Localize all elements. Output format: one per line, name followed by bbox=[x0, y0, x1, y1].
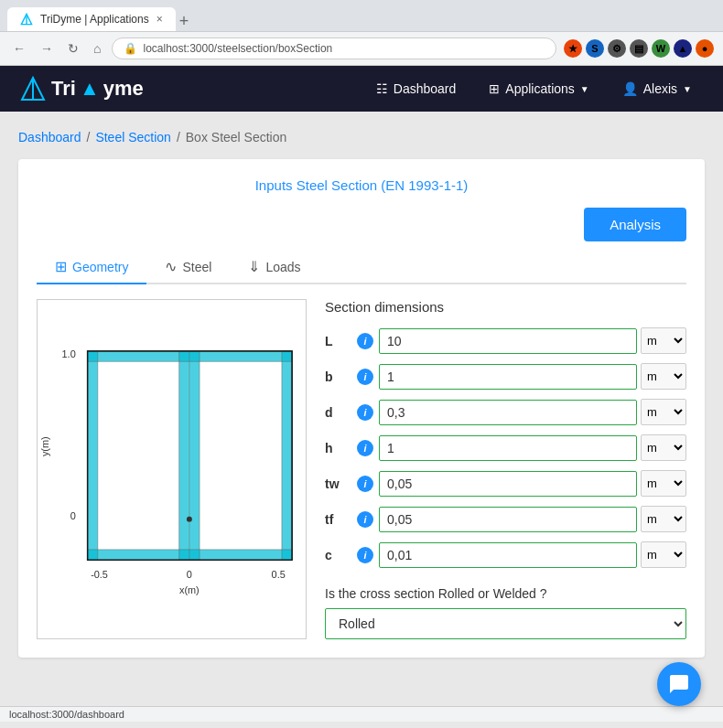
breadcrumb-steel-section[interactable]: Steel Section bbox=[95, 130, 171, 145]
forward-btn[interactable]: → bbox=[37, 39, 57, 58]
breadcrumb-dashboard[interactable]: Dashboard bbox=[18, 130, 81, 145]
tab-steel[interactable]: ∿ Steel bbox=[146, 251, 230, 284]
app-header: Tri▲yme ☷ Dashboard ​⊞ Applications ▼ 👤 … bbox=[0, 66, 723, 112]
rolled-select[interactable]: Rolled Welded bbox=[325, 608, 686, 639]
loads-tab-icon: ⇓ bbox=[248, 258, 260, 275]
unit-select-c[interactable]: mcmmm bbox=[641, 541, 686, 568]
rolled-label: Is the cross section Rolled or Welded ? bbox=[325, 586, 686, 601]
applications-chevron: ▼ bbox=[580, 84, 589, 94]
dashboard-nav[interactable]: ☷ Dashboard bbox=[363, 74, 469, 103]
logo: Tri▲yme bbox=[18, 74, 363, 103]
status-bar: localhost:3000/dashboard bbox=[0, 706, 723, 722]
ext-icon-4[interactable]: ▤ bbox=[630, 39, 648, 58]
tab-close-btn[interactable]: × bbox=[156, 13, 163, 26]
breadcrumb-current: Box Steel Section bbox=[186, 130, 287, 145]
svg-text:-0.5: -0.5 bbox=[91, 569, 108, 580]
info-btn-tw[interactable]: i bbox=[357, 476, 373, 492]
svg-rect-15 bbox=[282, 351, 292, 560]
user-chevron: ▼ bbox=[683, 84, 692, 94]
field-label-tf: tf bbox=[325, 512, 357, 527]
info-btn-L[interactable]: i bbox=[357, 333, 373, 349]
tab-loads[interactable]: ⇓ Loads bbox=[230, 251, 318, 284]
rolled-section: Is the cross section Rolled or Welded ? … bbox=[325, 586, 686, 639]
info-btn-c[interactable]: i bbox=[357, 547, 373, 563]
tabs: ⊞ Geometry ∿ Steel ⇓ Loads bbox=[37, 251, 686, 284]
svg-text:1.0: 1.0 bbox=[62, 348, 76, 359]
breadcrumb: Dashboard / Steel Section / Box Steel Se… bbox=[18, 130, 705, 145]
steel-tab-label: Steel bbox=[182, 260, 211, 274]
section-chart: 1.0 0 y(m) -0.5 0 0.5 bbox=[38, 300, 306, 638]
unit-select-L[interactable]: mcmmm bbox=[641, 327, 686, 354]
reload-btn[interactable]: ↻ bbox=[64, 39, 82, 58]
svg-rect-16 bbox=[179, 351, 189, 560]
ext-icon-6[interactable]: ▲ bbox=[674, 39, 692, 58]
info-btn-h[interactable]: i bbox=[357, 440, 373, 456]
field-input-d[interactable] bbox=[379, 400, 637, 425]
ext-icon-3[interactable]: ⚙ bbox=[608, 39, 626, 58]
breadcrumb-sep2: / bbox=[177, 130, 180, 145]
info-btn-b[interactable]: i bbox=[357, 369, 373, 385]
info-btn-d[interactable]: i bbox=[357, 404, 373, 421]
chat-button[interactable] bbox=[657, 662, 701, 706]
unit-select-tf[interactable]: mcmmm bbox=[641, 506, 686, 532]
field-row-L: L i mcmmm bbox=[325, 327, 686, 354]
field-label-b: b bbox=[325, 369, 357, 384]
svg-text:0.5: 0.5 bbox=[272, 569, 286, 580]
status-url: localhost:3000/dashboard bbox=[9, 709, 124, 720]
field-input-tw[interactable] bbox=[379, 471, 637, 497]
user-nav[interactable]: 👤 Alexis ▼ bbox=[610, 74, 705, 103]
svg-rect-14 bbox=[88, 351, 98, 560]
geometry-tab-label: Geometry bbox=[72, 260, 128, 274]
logo-delta: ▲ bbox=[80, 77, 100, 101]
field-row-h: h i mcmmm bbox=[325, 434, 686, 461]
field-row-tw: tw i mcmmm bbox=[325, 470, 686, 497]
unit-select-tw[interactable]: mcmmm bbox=[641, 470, 686, 497]
field-row-c: c i mcmmm bbox=[325, 541, 686, 568]
field-input-L[interactable] bbox=[379, 328, 637, 354]
browser-tab[interactable]: TriDyme | Applications × bbox=[7, 7, 176, 31]
field-label-L: L bbox=[325, 334, 357, 348]
field-label-tw: tw bbox=[325, 476, 357, 491]
tab-title: TriDyme | Applications bbox=[40, 13, 149, 26]
chat-icon bbox=[668, 673, 690, 695]
unit-select-d[interactable]: mcmmm bbox=[641, 399, 686, 425]
content-area: 1.0 0 y(m) -0.5 0 0.5 bbox=[37, 299, 686, 639]
svg-text:y(m): y(m) bbox=[39, 436, 50, 456]
field-input-c[interactable] bbox=[379, 542, 637, 568]
ext-icon-7[interactable]: ● bbox=[696, 39, 714, 58]
analysis-button[interactable]: Analysis bbox=[584, 208, 686, 241]
ext-icon-1[interactable]: ★ bbox=[564, 39, 582, 58]
back-btn[interactable]: ← bbox=[9, 39, 29, 58]
unit-select-h[interactable]: mcmmm bbox=[641, 434, 686, 461]
home-btn[interactable]: ⌂ bbox=[90, 39, 104, 58]
address-bar[interactable]: 🔒 localhost:3000/steelsection/boxSection bbox=[112, 37, 556, 59]
field-input-b[interactable] bbox=[379, 364, 637, 390]
field-label-d: d bbox=[325, 405, 357, 420]
tab-geometry[interactable]: ⊞ Geometry bbox=[37, 251, 146, 284]
breadcrumb-sep1: / bbox=[87, 130, 91, 145]
field-input-h[interactable] bbox=[379, 435, 637, 461]
user-icon: 👤 bbox=[622, 81, 638, 96]
app-container: Tri▲yme ☷ Dashboard ​⊞ Applications ▼ 👤 … bbox=[0, 66, 723, 706]
dashboard-grid-icon: ☷ bbox=[376, 81, 388, 96]
field-label-c: c bbox=[325, 548, 357, 562]
chart-container: 1.0 0 y(m) -0.5 0 0.5 bbox=[37, 299, 307, 639]
new-tab-btn[interactable]: + bbox=[179, 12, 189, 31]
ext-icon-5[interactable]: W bbox=[652, 39, 670, 58]
geometry-tab-icon: ⊞ bbox=[55, 258, 67, 275]
nav-links: ☷ Dashboard ​⊞ Applications ▼ 👤 Alexis ▼ bbox=[363, 74, 705, 103]
tridyme-favicon bbox=[20, 13, 33, 26]
logo-yme: yme bbox=[103, 77, 144, 101]
ext-icon-2[interactable]: S bbox=[586, 39, 604, 58]
card-title: Inputs Steel Section (EN 1993-1-1) bbox=[37, 177, 686, 193]
logo-icon bbox=[18, 74, 48, 103]
unit-select-b[interactable]: mcmmm bbox=[641, 363, 686, 390]
url-text: localhost:3000/steelsection/boxSection bbox=[143, 42, 332, 55]
applications-nav[interactable]: ​⊞ Applications ▼ bbox=[476, 74, 601, 103]
info-btn-tf[interactable]: i bbox=[357, 511, 373, 528]
svg-text:0: 0 bbox=[187, 569, 192, 580]
field-input-tf[interactable] bbox=[379, 507, 637, 532]
loads-tab-label: Loads bbox=[265, 260, 300, 274]
browser-toolbar: ← → ↻ ⌂ 🔒 localhost:3000/steelsection/bo… bbox=[0, 31, 723, 66]
dashboard-label: Dashboard bbox=[394, 81, 457, 96]
